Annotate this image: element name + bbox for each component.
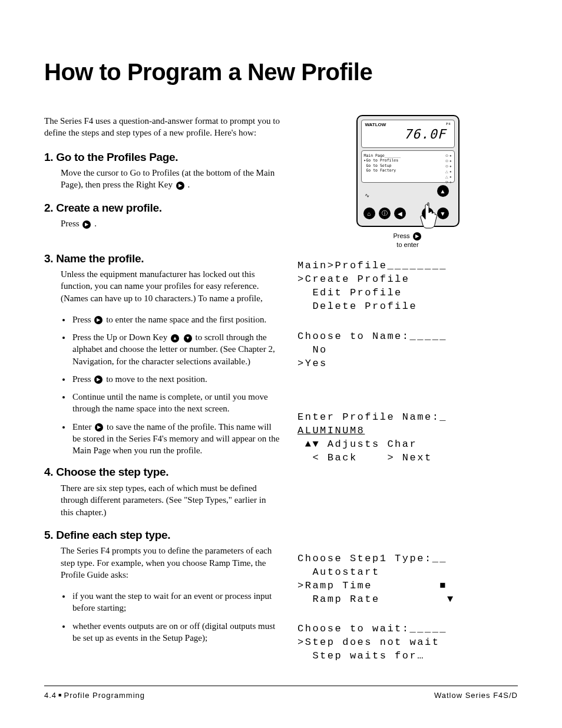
device-illustration: WATLOW 76.0F F4 Main Page_______ ▸Go to …	[346, 115, 470, 249]
section-3-body: Unless the equipment manufacturer has lo…	[61, 268, 280, 304]
lcd-screen-5: Choose to wait:_____ >Step does not wait…	[297, 622, 518, 663]
section-5-bullets: if you want the step to wait for an even…	[71, 590, 280, 644]
intro-text: The Series F4 uses a question-and-answer…	[44, 115, 280, 139]
device-caption: Press ▶ to enter	[346, 232, 470, 249]
device-menu: Main Page_______ ▸Go to Profiles Go to S…	[364, 153, 437, 180]
right-key-icon: ▶	[94, 316, 103, 324]
section-3-bullets: Press ▶ to enter the name space and the …	[71, 314, 280, 457]
page-title: How to Program a New Profile	[44, 59, 518, 85]
left-column: The Series F4 uses a question-and-answer…	[44, 115, 280, 680]
right-key-icon: ▶	[176, 182, 184, 190]
right-key-icon: ▶	[82, 220, 91, 229]
lcd-screen-2: Choose to Name:_____ No >Yes	[297, 330, 518, 371]
right-key-icon: ▶	[95, 423, 103, 431]
section-4-heading: 4. Choose the step type.	[44, 465, 280, 480]
section-4-body: There are six step types, each of which …	[61, 482, 280, 518]
hand-pointer-icon	[417, 201, 441, 230]
lcd-screen-3: Enter Profile Name:_ ALUMINUM8 ▲▼ Adjust…	[297, 411, 518, 465]
footer-left: 4.4■Profile Programming	[44, 691, 145, 700]
section-2-heading: 2. Create a new profile.	[44, 200, 280, 216]
page-footer: 4.4■Profile Programming Watlow Series F4…	[44, 686, 518, 700]
left-button-icon: ◀	[394, 207, 406, 219]
profile-icon: ∿	[365, 192, 369, 199]
right-key-icon: ▶	[94, 375, 103, 384]
device-side-indicators: ⊙ ●⊙ ●⊙ ●△ ●△ ●⟳ ●	[439, 153, 452, 180]
down-key-icon: ▼	[184, 334, 192, 342]
lcd-screen-4: Choose Step1 Type:__ Autostart >Ramp Tim…	[297, 552, 518, 607]
up-key-icon: ▲	[171, 334, 179, 342]
device-brand: WATLOW	[365, 122, 386, 127]
section-1-heading: 1. Go to the Profiles Page.	[44, 150, 280, 165]
section-5-heading: 5. Define each step type.	[44, 528, 280, 543]
right-key-icon: ▶	[413, 232, 421, 241]
lcd-screen-1: Main>Profile________ >Create Profile Edi…	[297, 259, 518, 314]
section-5-body: The Series F4 prompts you to define the …	[61, 545, 280, 581]
right-column: WATLOW 76.0F F4 Main Page_______ ▸Go to …	[297, 115, 518, 680]
info-button-icon: ⓘ	[379, 207, 391, 219]
device-temp-display: 76.0F	[386, 127, 446, 141]
section-3-heading: 3. Name the profile.	[44, 251, 280, 266]
footer-right: Watlow Series F4S/D	[434, 691, 518, 700]
up-button-icon: ▲	[437, 185, 449, 197]
section-2-body: Press ▶ .	[61, 218, 280, 229]
section-1-body: Move the cursor to Go to Profiles (at th…	[61, 167, 280, 191]
device-model: F4	[446, 121, 450, 126]
home-button-icon: ⌂	[363, 207, 375, 219]
